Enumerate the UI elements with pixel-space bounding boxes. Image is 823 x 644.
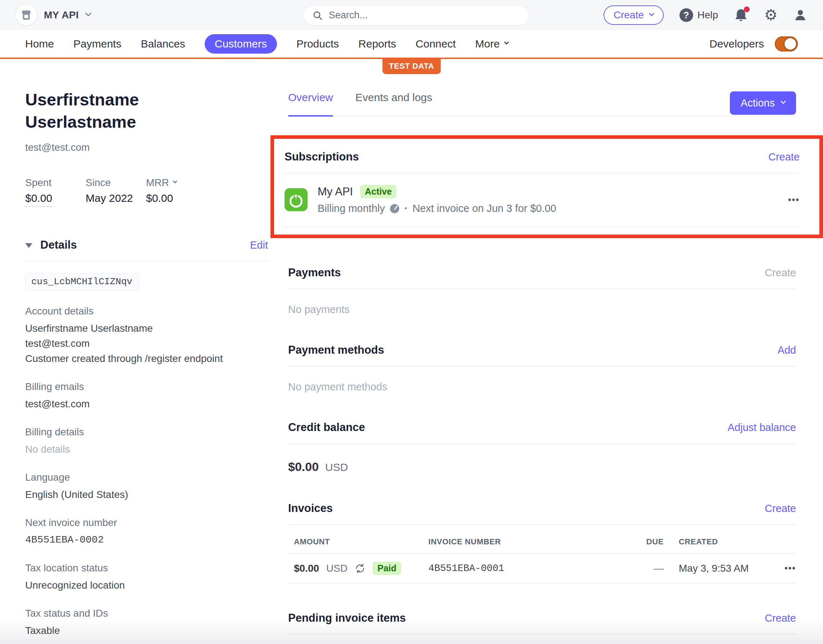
nav-item-balances[interactable]: Balances [141, 38, 185, 50]
payments-create-link[interactable]: Create [765, 267, 796, 279]
subscription-row[interactable]: My API Active Billing monthly [285, 185, 800, 227]
search-bar[interactable] [303, 5, 529, 26]
tab-overview[interactable]: Overview [288, 91, 333, 116]
column-due: DUE [635, 537, 664, 546]
stat-since-value: May 2022 [86, 192, 146, 204]
subscription-name[interactable]: My API [317, 185, 353, 198]
subscription-overflow-menu-button[interactable]: ••• [788, 195, 800, 205]
pending-invoice-items-create-link[interactable]: Create [765, 612, 796, 624]
subscriptions-section: Subscriptions Create My API Acti [285, 150, 800, 227]
help-button[interactable]: ? Help [679, 8, 718, 22]
payments-title: Payments [288, 266, 341, 279]
payments-section: Payments Create No payments [288, 266, 796, 316]
divider [288, 288, 796, 289]
payment-methods-title: Payment methods [288, 343, 384, 357]
subscription-next-invoice-text: Next invoice on Jun 3 for $0.00 [412, 202, 556, 215]
invoices-create-link[interactable]: Create [765, 503, 796, 514]
profile-button[interactable] [794, 8, 807, 22]
settings-button[interactable]: ⚙ [764, 8, 778, 23]
divider [285, 227, 800, 227]
invoices-table-header: AMOUNT INVOICE NUMBER DUE CREATED [288, 537, 796, 546]
divider [25, 261, 268, 262]
invoices-table: AMOUNT INVOICE NUMBER DUE CREATED $0.00 … [288, 537, 796, 584]
field-billing-emails: Billing emails test@test.com [25, 381, 268, 411]
test-mode-toggle[interactable] [775, 36, 798, 51]
notification-dot [744, 6, 749, 12]
collapse-caret-icon[interactable] [25, 243, 32, 248]
nav-item-payments[interactable]: Payments [74, 38, 121, 50]
payment-methods-section: Payment methods Add No payment methods [288, 343, 796, 393]
invoice-row[interactable]: $0.00 USD Paid 4B551EBA-0001 [288, 554, 796, 583]
customer-summary-panel: Userfirstname Userlastname test@test.com… [25, 81, 268, 644]
gear-icon: ⚙ [764, 8, 778, 23]
field-billing-details: Billing details No details [25, 426, 268, 457]
notifications-button[interactable] [734, 8, 748, 22]
help-label: Help [697, 9, 718, 21]
nav-item-more[interactable]: More [475, 38, 508, 50]
stat-mrr-value: $0.00 [146, 192, 207, 204]
nav-item-products[interactable]: Products [296, 38, 339, 50]
divider [288, 634, 796, 635]
help-icon: ? [679, 8, 693, 22]
account-avatar [16, 5, 37, 26]
credit-balance-amount: $0.00 [288, 460, 319, 474]
subscriptions-create-link[interactable]: Create [768, 151, 800, 163]
storefront-icon [20, 9, 32, 21]
invoice-due: — [635, 563, 664, 574]
actions-button[interactable]: Actions [730, 91, 796, 115]
tab-events-and-logs[interactable]: Events and logs [356, 91, 432, 116]
invoice-status-badge: Paid [372, 561, 401, 575]
invoices-section: Invoices Create AMOUNT INVOICE NUMBER DU… [288, 502, 796, 584]
customer-id-pill[interactable]: cus_LcbMCHIlCIZNqv [25, 273, 138, 290]
top-bar: MY API Create ? Help [0, 0, 823, 30]
pending-invoice-items-title: Pending invoice items [288, 612, 406, 624]
subscription-status-badge: Active [360, 185, 396, 198]
invoice-number: 4B551EBA-0001 [428, 563, 635, 574]
adjust-balance-link[interactable]: Adjust balance [728, 422, 796, 434]
recurring-icon [355, 563, 365, 574]
divider [288, 524, 796, 525]
main-nav: Home Payments Balances Customers Product… [0, 30, 823, 59]
test-data-badge: TEST DATA [382, 59, 441, 74]
customer-detail-panel: Overview Events and logs Actions Subscri… [288, 91, 796, 644]
field-account-details: Account details Userfirstname Userlastna… [25, 305, 268, 366]
payment-methods-add-link[interactable]: Add [777, 344, 796, 356]
customer-stats: Spent $0.00 Since May 2022 MRR $0.00 [25, 177, 268, 207]
stat-mrr: MRR $0.00 [146, 177, 207, 207]
divider [288, 583, 796, 584]
search-input[interactable] [329, 10, 520, 21]
details-edit-link[interactable]: Edit [250, 239, 268, 251]
search-icon [312, 10, 323, 21]
divider [285, 173, 800, 173]
nav-item-connect[interactable]: Connect [415, 38, 456, 50]
stat-spent: Spent $0.00 [25, 177, 86, 207]
toggle-knob [783, 37, 797, 51]
gauge-icon [389, 204, 400, 214]
field-tax-status: Tax status and IDs Taxable [25, 608, 268, 638]
subscription-product-icon [285, 188, 308, 211]
stat-spent-value[interactable]: $0.00 [25, 192, 52, 207]
divider [288, 443, 796, 444]
nav-item-reports[interactable]: Reports [358, 38, 396, 50]
divider [288, 366, 796, 366]
column-amount: AMOUNT [288, 537, 428, 546]
credit-balance-section: Credit balance Adjust balance $0.00 USD [288, 421, 796, 474]
invoice-overflow-menu-button[interactable]: ••• [776, 563, 796, 573]
user-icon [794, 8, 807, 22]
invoice-currency: USD [326, 563, 348, 574]
column-invoice-number: INVOICE NUMBER [428, 537, 635, 546]
nav-item-home[interactable]: Home [25, 38, 54, 50]
nav-item-customers[interactable]: Customers [205, 34, 277, 54]
account-switcher[interactable]: MY API [16, 5, 90, 26]
customer-name: Userfirstname Userlastname [25, 89, 268, 133]
details-title: Details [40, 239, 77, 251]
invoice-amount: $0.00 [294, 563, 319, 574]
nav-item-developers[interactable]: Developers [710, 38, 764, 50]
annotation-highlight-box: Subscriptions Create My API Acti [270, 135, 823, 238]
tabs-row: Overview Events and logs Actions [288, 91, 796, 117]
chevron-down-icon[interactable] [173, 179, 177, 184]
create-button[interactable]: Create [604, 5, 664, 25]
customer-email: test@test.com [25, 142, 268, 153]
invoices-title: Invoices [288, 502, 333, 515]
stat-since: Since May 2022 [86, 177, 146, 207]
